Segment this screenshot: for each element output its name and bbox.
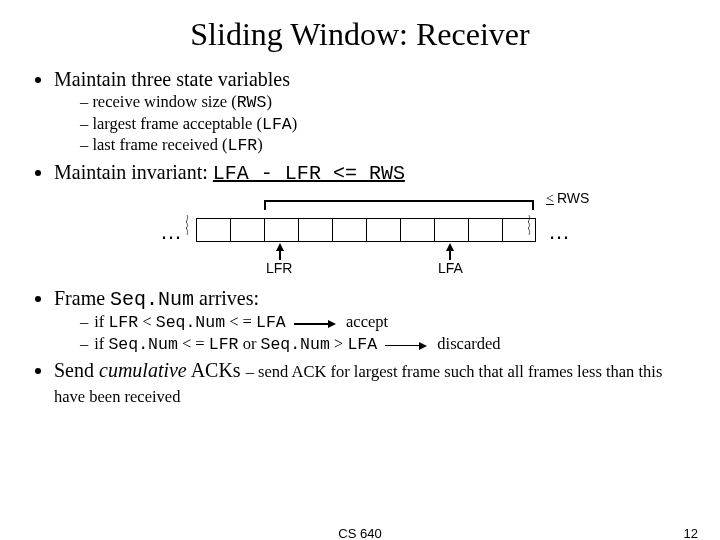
- invariant-code: LFA - LFR <= RWS: [213, 162, 405, 185]
- course-code: CS 640: [338, 526, 381, 540]
- frame-cell: [332, 218, 366, 242]
- lfr-label: LFR: [266, 260, 292, 278]
- frame-cell: [468, 218, 502, 242]
- rws-label: <RWS: [546, 190, 589, 208]
- sub-lfr: last frame received (LFR): [80, 135, 684, 157]
- bracket: [264, 194, 534, 208]
- bullet-list: Maintain three state variables receive w…: [36, 67, 684, 186]
- bullet-cumulative-ack: Send cumulative ACKs – send ACK for larg…: [54, 358, 684, 408]
- bullet-text: Maintain three state variables: [54, 68, 290, 90]
- slide-title: Sliding Window: Receiver: [36, 16, 684, 53]
- frame-cell: [196, 218, 230, 242]
- sub-list: receive window size (RWS) largest frame …: [54, 92, 684, 157]
- frame-cell: [264, 218, 298, 242]
- frame-cell: [230, 218, 264, 242]
- bullet-state-vars: Maintain three state variables receive w…: [54, 67, 684, 157]
- zig-left: 〰: [180, 215, 193, 231]
- sub-accept: –if LFR < Seq.Num < = LFA accept: [54, 312, 684, 334]
- window-diagram: <RWS … 〰 〰 … LFR LFA: [140, 194, 580, 284]
- sub-lfa: largest frame acceptable (LFA): [80, 114, 684, 136]
- sub-rws: receive window size (RWS): [80, 92, 684, 114]
- frame-cell: [366, 218, 400, 242]
- bullet-invariant: Maintain invariant: LFA - LFR <= RWS: [54, 160, 684, 186]
- frame-cell: [400, 218, 434, 242]
- arrow-right-icon: [385, 334, 427, 355]
- dots-right: …: [548, 218, 570, 246]
- arrow-right-icon: [294, 313, 336, 334]
- page-number: 12: [684, 526, 698, 540]
- sub-discard: –if Seq.Num < = LFR or Seq.Num > LFA dis…: [54, 334, 684, 356]
- zig-right: 〰: [522, 215, 535, 231]
- slide: Sliding Window: Receiver Maintain three …: [0, 0, 720, 540]
- bullet-frame-arrives: Frame Seq.Num arrives: –if LFR < Seq.Num…: [54, 286, 684, 355]
- bullet-list-2: Frame Seq.Num arrives: –if LFR < Seq.Num…: [36, 286, 684, 408]
- lfa-label: LFA: [438, 260, 463, 278]
- slide-body: Maintain three state variables receive w…: [36, 67, 684, 408]
- frame-strip: [196, 218, 536, 242]
- frame-cell: [298, 218, 332, 242]
- frame-cell: [434, 218, 468, 242]
